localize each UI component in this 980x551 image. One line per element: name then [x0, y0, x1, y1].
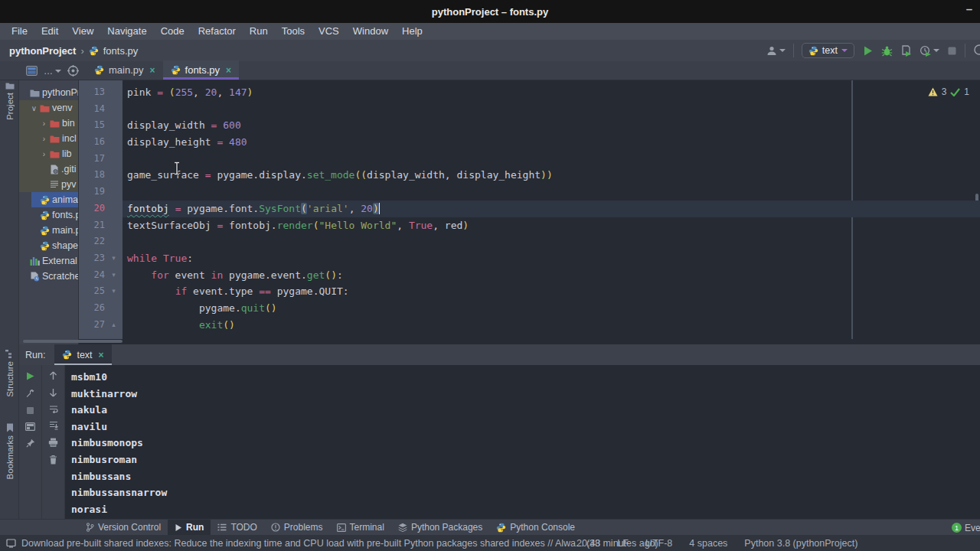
tree-item-shape[interactable]: shape [19, 238, 78, 253]
status-line-ending[interactable]: LF [617, 538, 629, 549]
stop-button[interactable] [947, 46, 957, 56]
tab-fonts-py[interactable]: fonts.py× [163, 60, 240, 80]
run-config-select[interactable]: text [802, 43, 854, 58]
code-line-16[interactable]: 16display_height = 480 [79, 134, 980, 151]
event-log-button[interactable]: 1 Event Log [952, 520, 980, 536]
tool-window-button-todo[interactable]: TODO [211, 520, 263, 536]
tree-item-giti[interactable]: .giti [19, 161, 78, 177]
tree-expand-icon[interactable]: › [41, 119, 47, 128]
up-arrow-icon[interactable] [49, 371, 57, 380]
code-line-20[interactable]: 20fontobj = pygame.font.SysFont('arial',… [79, 201, 980, 217]
tool-window-button-python-console[interactable]: Python Console [489, 520, 582, 536]
tool-stripe-project[interactable]: Project [0, 82, 19, 120]
tree-item-animat[interactable]: animat [19, 192, 78, 207]
code-line-15[interactable]: 15display_width = 600 [79, 117, 980, 134]
scroll-end-icon[interactable] [49, 421, 58, 430]
menu-help[interactable]: Help [395, 23, 430, 40]
code-line-22[interactable]: 22 [79, 233, 980, 250]
fold-gutter[interactable] [105, 84, 122, 101]
code-line-19[interactable]: 19 [79, 184, 980, 201]
fold-marker-icon[interactable]: ▾ [105, 250, 122, 267]
close-icon[interactable]: × [99, 350, 104, 360]
run-tab-text[interactable]: text × [54, 344, 111, 365]
tree-expand-icon[interactable]: › [41, 135, 47, 143]
status-indent-style[interactable]: 4 spaces [689, 538, 727, 549]
run-with-coverage-button[interactable] [900, 45, 912, 57]
menu-file[interactable]: File [5, 23, 34, 40]
rerun-icon[interactable] [25, 371, 35, 381]
tree-item-bin[interactable]: ›bin [19, 116, 78, 131]
menu-view[interactable]: View [65, 23, 100, 40]
print-icon[interactable] [48, 438, 58, 447]
menu-tools[interactable]: Tools [275, 23, 312, 40]
tree-item-pyv[interactable]: pyv [19, 177, 78, 192]
fold-gutter[interactable] [105, 151, 122, 168]
tool-window-button-terminal[interactable]: Terminal [330, 520, 391, 536]
fold-gutter[interactable] [105, 233, 122, 250]
menu-edit[interactable]: Edit [34, 23, 65, 40]
close-icon[interactable]: × [150, 65, 155, 76]
fold-marker-icon[interactable]: ▾ [105, 283, 122, 300]
menu-code[interactable]: Code [154, 23, 191, 40]
down-arrow-icon[interactable] [49, 388, 57, 397]
clear-icon[interactable] [49, 455, 57, 465]
code-line-23[interactable]: 23▾while True: [79, 250, 980, 267]
tool-stripe-bookmarks[interactable]: Bookmarks [0, 423, 19, 480]
tree-item-pythonpr[interactable]: pythonPr [19, 85, 78, 100]
tree-item-mainp[interactable]: main.p [19, 223, 78, 238]
fold-gutter[interactable] [105, 101, 122, 118]
menu-vcs[interactable]: VCS [312, 23, 346, 40]
code-line-13[interactable]: 13pink = (255, 20, 147) [79, 84, 980, 101]
tree-item-incl[interactable]: ›incl [19, 131, 78, 146]
status-python-interpreter[interactable]: Python 3.8 (pythonProject) [744, 538, 858, 549]
code-line-21[interactable]: 21textSurfaceObj = fontobj.render("Hello… [79, 217, 980, 234]
tool-stripe-structure[interactable]: Structure [0, 350, 19, 397]
search-everywhere-icon[interactable] [973, 44, 980, 57]
minimize-button[interactable]: – [966, 2, 972, 15]
tree-item-venv[interactable]: ∨venv [19, 100, 78, 116]
code-line-17[interactable]: 17 [79, 151, 980, 168]
fold-gutter[interactable] [105, 167, 122, 184]
debug-button[interactable] [881, 45, 893, 57]
tree-item-externall[interactable]: External L [19, 253, 78, 269]
menu-navigate[interactable]: Navigate [100, 23, 153, 40]
run-console-output[interactable]: msbm10muktinarrownakulanavilunimbusmonop… [65, 365, 980, 519]
fold-gutter[interactable] [105, 201, 122, 217]
code-line-26[interactable]: 26 pygame.quit() [79, 300, 980, 317]
run-button[interactable] [862, 45, 874, 57]
status-caret-position[interactable]: 20:43 [577, 538, 600, 549]
profiler-button[interactable] [920, 45, 939, 57]
locate-file-icon[interactable] [67, 65, 79, 77]
tree-expand-icon[interactable]: ∨ [31, 104, 38, 112]
status-file-encoding[interactable]: UTF-8 [645, 538, 672, 549]
tree-expand-icon[interactable]: › [41, 150, 47, 158]
horizontal-scrollbar-thumb[interactable] [23, 340, 122, 343]
tool-window-button-problems[interactable]: Problems [264, 520, 330, 536]
fold-gutter[interactable] [105, 117, 122, 134]
code-line-14[interactable]: 14 [79, 101, 980, 118]
tool-window-button-run[interactable]: Run [168, 520, 211, 536]
stop-icon[interactable] [26, 406, 34, 415]
tree-item-lib[interactable]: ›lib [19, 146, 78, 161]
project-tool-window-icon[interactable] [26, 66, 38, 76]
tree-item-fontsp[interactable]: fonts.p [19, 207, 78, 223]
menu-run[interactable]: Run [243, 23, 275, 40]
code-line-24[interactable]: 24▾ for event in pygame.event.get(): [79, 267, 980, 284]
tool-window-button-version-control[interactable]: Version Control [79, 520, 168, 536]
user-profile-button[interactable] [766, 45, 786, 56]
code-line-25[interactable]: 25▾ if event.type == pygame.QUIT: [79, 283, 980, 300]
tab-main-py[interactable]: main.py× [87, 60, 163, 80]
settings-icon[interactable] [25, 389, 35, 399]
breadcrumb-file[interactable]: fonts.py [103, 45, 139, 57]
fold-gutter[interactable] [105, 300, 122, 317]
breadcrumb[interactable]: pythonProject › fonts.py [0, 45, 138, 57]
fold-gutter[interactable] [105, 184, 122, 201]
tree-item-scratches[interactable]: Scratches [19, 269, 78, 284]
tool-window-button-python-packages[interactable]: Python Packages [391, 520, 489, 536]
tab-options-button[interactable]: … [44, 66, 61, 77]
code-editor[interactable]: 13pink = (255, 20, 147)1415display_width… [79, 80, 980, 339]
restore-layout-icon[interactable] [25, 422, 35, 431]
fold-gutter[interactable] [105, 217, 122, 234]
menu-window[interactable]: Window [346, 23, 395, 40]
close-icon[interactable]: × [226, 65, 231, 76]
